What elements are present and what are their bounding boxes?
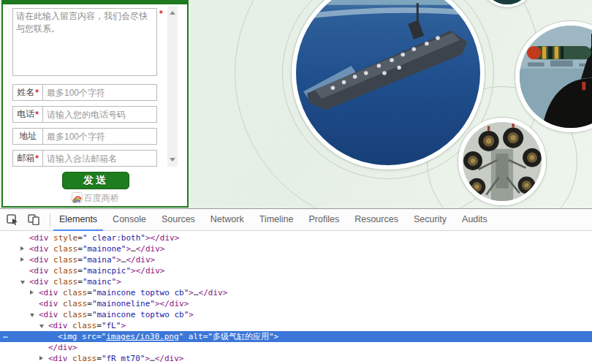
field-label: 电话* [13, 107, 43, 122]
expand-arrow-icon[interactable] [39, 356, 43, 360]
code-token: class [58, 310, 88, 319]
tab-sources[interactable]: Sources [160, 209, 197, 231]
form-row-4: 邮箱* [12, 150, 157, 167]
form-header-bar [1, 0, 189, 4]
code-token: > [121, 321, 126, 330]
code-token: <img [58, 332, 77, 341]
tab-elements[interactable]: Elements [58, 209, 99, 231]
tree-node[interactable]: <div class="maincone toptwo cb">…</div> [0, 287, 592, 298]
code-token: … [194, 288, 199, 297]
code-token: = [77, 255, 83, 265]
webpage-viewport: * 姓名*电话*地址邮箱* 发送 百度商桥 [0, 0, 592, 208]
expand-arrow-icon[interactable] [30, 290, 34, 295]
overflow-dots[interactable]: … [3, 330, 9, 341]
code-token: "fR mt70" [102, 354, 145, 363]
code-token: = [77, 266, 83, 276]
tab-profiles[interactable]: Profiles [307, 209, 341, 231]
tree-node[interactable]: <div class="fR mt70">…</div> [0, 353, 592, 364]
code-token: " clear:both" [83, 233, 145, 243]
code-token: "maincone toptwo cb" [92, 288, 189, 297]
tree-node[interactable]: </div> [0, 342, 592, 353]
code-token: style [49, 233, 78, 243]
collapse-arrow-icon[interactable] [30, 314, 34, 317]
code-token: <div [29, 277, 49, 287]
tab-network[interactable]: Network [209, 209, 246, 231]
code-token: </div> [126, 255, 155, 265]
submarine-torpedo-photo [520, 26, 592, 128]
field-label: 邮箱* [13, 151, 43, 166]
code-token: <div [48, 321, 68, 330]
field-input[interactable] [43, 85, 156, 100]
scroll-down-arrow-icon[interactable] [170, 158, 175, 162]
contact-form-panel: * 姓名*电话*地址邮箱* 发送 百度商桥 [1, 0, 189, 208]
form-scrollbar[interactable] [167, 6, 178, 167]
code-token: > [274, 332, 279, 341]
expand-arrow-icon[interactable] [20, 257, 24, 262]
code-token: "maincpic" [83, 266, 131, 276]
code-token: = [77, 244, 83, 254]
toolbar-separator [50, 213, 50, 227]
expand-arrow-icon[interactable] [20, 246, 24, 251]
field-input[interactable] [43, 107, 156, 122]
code-token: … [150, 354, 155, 363]
devtools-toolbar: ElementsConsoleSourcesNetworkTimelinePro… [0, 209, 592, 231]
tab-timeline[interactable]: Timeline [258, 209, 295, 231]
device-toolbar-icon[interactable] [27, 214, 40, 226]
tree-node-selected[interactable]: …<img src="images/in30.png" alt="多级气缸的应用… [0, 331, 592, 342]
aircraft-carrier-photo [296, 0, 480, 165]
field-input[interactable] [43, 151, 156, 166]
code-token: class [49, 244, 78, 254]
scroll-up-arrow-icon[interactable] [170, 11, 175, 15]
code-token: > [189, 288, 194, 297]
tab-console[interactable]: Console [111, 209, 148, 231]
code-token: <div [29, 244, 49, 254]
code-token: ></div> [131, 266, 164, 276]
code-token: = [77, 233, 83, 243]
tab-security[interactable]: Security [412, 209, 448, 231]
tree-node[interactable]: <div class="fL"> [0, 320, 592, 331]
code-token: … [131, 244, 136, 254]
tab-audits[interactable]: Audits [460, 209, 489, 231]
baidu-bridge-badge[interactable]: 百度商桥 [3, 192, 187, 205]
send-button[interactable]: 发送 [62, 172, 129, 189]
tree-node[interactable]: <div class="mainone">…</div> [0, 243, 592, 254]
code-token: </div> [136, 244, 165, 254]
code-token: = [96, 321, 102, 330]
code-token: images/in30.png [106, 332, 178, 341]
required-asterisk: * [35, 153, 39, 164]
tree-node[interactable]: <div class="maina">…</div> [0, 254, 592, 265]
devtools-tabs: ElementsConsoleSourcesNetworkTimelinePro… [58, 209, 501, 231]
code-token: = [96, 354, 102, 363]
field-label: 姓名* [13, 85, 43, 100]
field-label: 地址 [13, 129, 43, 144]
code-token: class [49, 255, 78, 265]
code-token: =" [203, 332, 213, 341]
gallery-photo-rocket-engines[interactable] [458, 118, 546, 205]
collapse-arrow-icon[interactable] [39, 325, 44, 328]
tab-resources[interactable]: Resources [353, 209, 400, 231]
code-token: src [77, 332, 97, 341]
collapse-arrow-icon[interactable] [20, 281, 25, 284]
code-token: 多级气缸的应用 [213, 332, 269, 341]
tree-node[interactable]: <div style=" clear:both"></div> [0, 232, 592, 243]
code-token: class [49, 266, 78, 276]
tree-node[interactable]: <div class="mainoneline"></div> [0, 298, 592, 309]
code-token: "mainone" [83, 244, 126, 254]
code-token: ></div> [155, 299, 189, 308]
code-token: = [77, 277, 83, 287]
code-token: <div [48, 354, 68, 363]
inspect-cursor-icon[interactable] [6, 214, 19, 226]
code-token: "fL" [102, 321, 121, 330]
field-input[interactable] [43, 129, 156, 144]
code-token: class [68, 354, 97, 363]
tree-node[interactable]: <div class="mainc"> [0, 276, 592, 287]
code-token: > [189, 310, 194, 319]
code-token: " [269, 332, 274, 341]
elements-tree: <div style=" clear:both"></div><div clas… [0, 231, 592, 364]
tree-node[interactable]: <div class="maincone toptwo cb"> [0, 309, 592, 320]
code-token: <div [39, 299, 58, 308]
message-textarea[interactable] [12, 8, 157, 76]
form-row-3: 地址 [12, 128, 157, 145]
tree-node[interactable]: <div class="maincpic"></div> [0, 265, 592, 276]
code-token: class [58, 299, 88, 308]
